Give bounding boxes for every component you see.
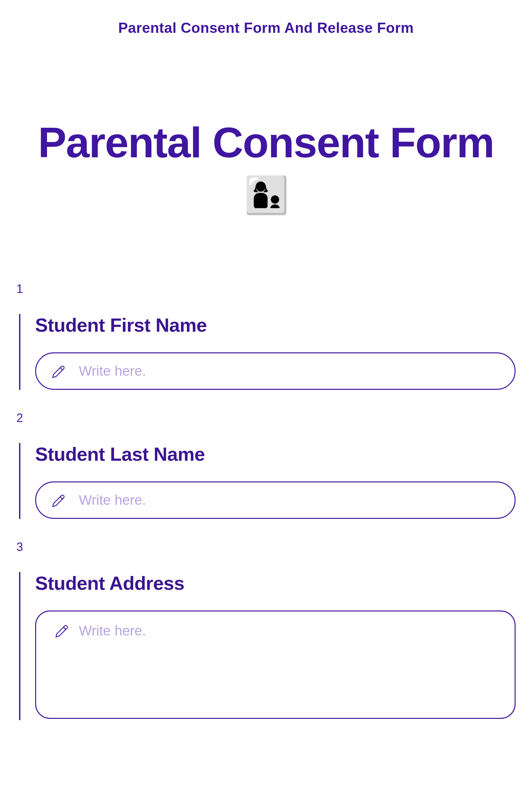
page-header-title: Parental Consent Form And Release Form bbox=[16, 20, 516, 36]
question-number: 1 bbox=[16, 282, 516, 296]
question-label-first-name: Student First Name bbox=[35, 314, 516, 336]
main-title-text: Parental Consent Form bbox=[38, 118, 494, 167]
family-emoji-icon: 👩‍👦 bbox=[244, 175, 288, 215]
question-block-3: 3 Student Address bbox=[16, 540, 516, 720]
pencil-icon bbox=[52, 365, 65, 379]
question-number: 3 bbox=[16, 540, 516, 554]
question-content: Student Address bbox=[19, 572, 516, 720]
svg-line-2 bbox=[63, 627, 66, 629]
question-block-2: 2 Student Last Name bbox=[16, 411, 516, 519]
question-label-last-name: Student Last Name bbox=[35, 443, 516, 465]
svg-line-1 bbox=[60, 497, 62, 499]
question-number: 2 bbox=[16, 411, 516, 425]
form-main-title: Parental Consent Form 👩‍👦 bbox=[16, 118, 516, 216]
student-first-name-input[interactable] bbox=[35, 353, 516, 390]
input-wrapper bbox=[35, 353, 516, 390]
pencil-icon bbox=[55, 624, 69, 638]
question-label-address: Student Address bbox=[35, 572, 516, 594]
question-content: Student First Name bbox=[19, 314, 516, 390]
student-address-input[interactable] bbox=[35, 610, 516, 719]
input-wrapper bbox=[35, 481, 516, 519]
pencil-icon bbox=[52, 494, 65, 508]
input-wrapper bbox=[35, 610, 516, 720]
question-content: Student Last Name bbox=[19, 443, 516, 519]
svg-line-0 bbox=[60, 368, 62, 370]
question-block-1: 1 Student First Name bbox=[16, 282, 516, 390]
student-last-name-input[interactable] bbox=[35, 481, 516, 519]
